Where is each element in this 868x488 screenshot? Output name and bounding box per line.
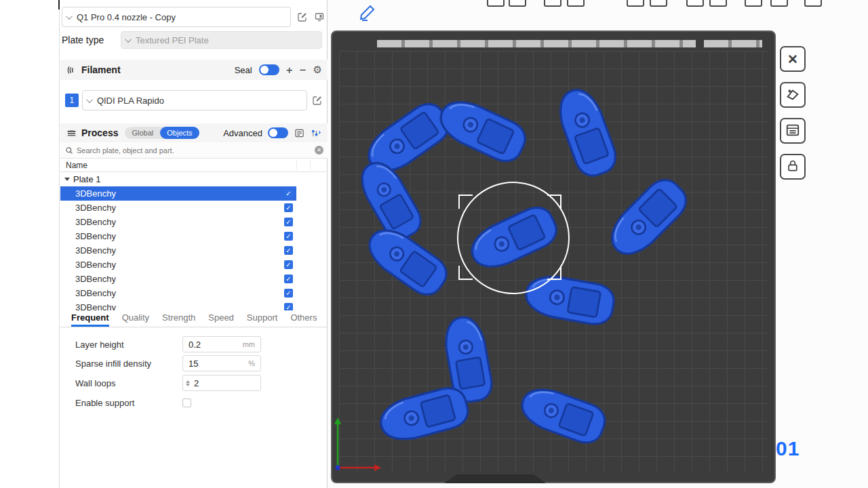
remove-filament-button[interactable]: − <box>300 64 307 76</box>
expand-chevron-icon[interactable] <box>64 178 70 181</box>
tab-speed[interactable]: Speed <box>208 312 234 327</box>
param-row-layer-height: Layer height mm <box>60 336 328 353</box>
tab-frequent[interactable]: Frequent <box>71 312 109 327</box>
auto-arrange-icon <box>785 87 800 104</box>
tab-others[interactable]: Others <box>290 312 317 327</box>
scope-objects[interactable]: Objects <box>160 127 199 139</box>
filament-spool-icon <box>66 64 77 76</box>
table-row[interactable]: 3DBenchy ✓ <box>60 243 328 258</box>
wall-loops-input[interactable] <box>194 378 235 388</box>
visibility-checkbox[interactable]: ✓ <box>284 232 293 241</box>
visibility-checkbox[interactable]: ✓ <box>284 203 293 212</box>
visibility-checkbox[interactable]: ✓ <box>284 246 293 255</box>
plate-type-value: Textured PEI Plate <box>136 35 209 45</box>
search-icon <box>64 146 73 155</box>
enable-support-checkbox[interactable] <box>182 399 191 407</box>
toggle-knob <box>269 129 277 137</box>
stepper-down-icon[interactable] <box>186 384 190 386</box>
toolbar-icon[interactable] <box>770 0 788 7</box>
toolbar-icon[interactable] <box>745 0 762 7</box>
object-label: 3DBenchy <box>75 229 116 243</box>
table-row[interactable]: 3DBenchy ✓ <box>60 201 328 215</box>
visibility-checkbox[interactable]: ✓ <box>284 189 293 198</box>
object-label: 3DBenchy <box>75 258 116 272</box>
plate-number-badge[interactable]: 01 <box>776 437 800 460</box>
scope-switch: Global Objects <box>125 127 199 139</box>
auto-arrange-button[interactable] <box>780 82 806 108</box>
seal-toggle[interactable] <box>259 64 279 75</box>
plate-type-select[interactable]: Textured PEI Plate <box>121 31 322 49</box>
toolbar-icon[interactable] <box>567 0 585 7</box>
search-bar: ✕ <box>60 142 328 159</box>
advanced-toggle[interactable] <box>268 127 288 138</box>
filament-title: Filament <box>81 64 121 75</box>
plate-type-row: Plate type Textured PEI Plate <box>62 30 326 49</box>
chevron-down-icon <box>86 96 93 103</box>
tab-quality[interactable]: Quality <box>122 312 149 327</box>
name-column-header: Name <box>66 161 87 170</box>
object-sort-icon[interactable] <box>311 127 322 139</box>
filament-section-header: Filament Seal + − ⚙ <box>60 60 328 80</box>
visibility-checkbox[interactable]: ✓ <box>284 303 293 310</box>
toolbar-icon[interactable] <box>650 0 667 7</box>
filament-row: 1 QIDI PLA Rapido <box>60 90 328 110</box>
lock-button[interactable] <box>780 154 806 180</box>
edit-printer-icon[interactable] <box>296 12 308 23</box>
object-label: 3DBenchy <box>75 300 116 310</box>
object-label: 3DBenchy <box>75 272 116 286</box>
tab-strength[interactable]: Strength <box>162 312 195 327</box>
toolbar-icon[interactable] <box>487 0 505 7</box>
unit-label: mm <box>243 340 255 348</box>
filament-select[interactable]: QIDI PLA Rapido <box>82 90 307 110</box>
filament-settings-icon[interactable]: ⚙ <box>313 64 322 76</box>
visibility-checkbox[interactable]: ✓ <box>284 260 293 269</box>
sparse-infill-label: Sparse infill density <box>75 359 182 369</box>
add-filament-button[interactable]: + <box>286 64 293 76</box>
toolbar-icon[interactable] <box>709 0 727 7</box>
toolbar-icon[interactable] <box>509 0 526 7</box>
table-row[interactable]: 3DBenchy ✓ <box>60 272 328 286</box>
object-list: Name Plate 1 3DBenchy ✓ 3DBenchy ✓ 3DBen… <box>60 159 328 310</box>
chevron-down-icon <box>125 36 132 43</box>
3d-viewport[interactable]: ✕ 01 <box>328 0 868 488</box>
printer-select[interactable]: Q1 Pro 0.4 nozzle - Copy <box>62 7 291 27</box>
table-row[interactable]: 3DBenchy ✓ <box>60 215 328 229</box>
table-row[interactable]: 3DBenchy ✓ <box>60 229 328 243</box>
process-title: Process <box>81 127 118 138</box>
table-row[interactable]: 3DBenchy ✓ <box>60 186 328 201</box>
column-divider <box>310 160 311 170</box>
table-row[interactable]: 3DBenchy ✓ <box>60 258 328 272</box>
scope-global[interactable]: Global <box>125 127 160 139</box>
quantity-stepper[interactable] <box>186 380 190 386</box>
clear-search-icon[interactable]: ✕ <box>315 146 323 155</box>
printer-row: Q1 Pro 0.4 nozzle - Copy <box>62 7 326 27</box>
search-input[interactable] <box>77 146 311 155</box>
visibility-checkbox[interactable]: ✓ <box>284 218 293 226</box>
tab-support[interactable]: Support <box>247 312 278 327</box>
printer-name: Q1 Pro 0.4 nozzle - Copy <box>77 12 176 22</box>
toggle-knob <box>260 66 269 74</box>
delete-button[interactable]: ✕ <box>780 46 806 72</box>
edit-pencil-icon[interactable] <box>358 3 377 22</box>
sparse-infill-input[interactable] <box>189 359 236 369</box>
layer-height-input[interactable] <box>189 340 236 350</box>
stepper-up-icon[interactable] <box>186 380 190 383</box>
printer-panel-icon[interactable] <box>313 12 325 23</box>
toolbar-icon[interactable] <box>627 0 644 7</box>
visibility-checkbox[interactable]: ✓ <box>284 274 293 283</box>
object-table-button[interactable] <box>780 118 806 144</box>
edit-filament-icon[interactable] <box>311 95 323 106</box>
param-list-icon[interactable] <box>294 127 305 139</box>
visibility-checkbox[interactable]: ✓ <box>284 289 293 298</box>
close-icon: ✕ <box>787 52 798 67</box>
filament-slot-badge[interactable]: 1 <box>65 94 79 107</box>
toolbar-icon[interactable] <box>804 0 822 7</box>
plate-tree-item[interactable]: Plate 1 <box>60 172 328 186</box>
param-row-wall-loops: Wall loops <box>60 374 328 392</box>
process-section-header: Process Global Objects Advanced <box>60 123 328 142</box>
toolbar-icon[interactable] <box>544 0 561 7</box>
table-row[interactable]: 3DBenchy ✓ <box>60 286 328 300</box>
toolbar-icon[interactable] <box>686 0 704 7</box>
process-tabs: Frequent Quality Strength Speed Support … <box>60 310 328 327</box>
table-row[interactable]: 3DBenchy ✓ <box>60 300 328 310</box>
